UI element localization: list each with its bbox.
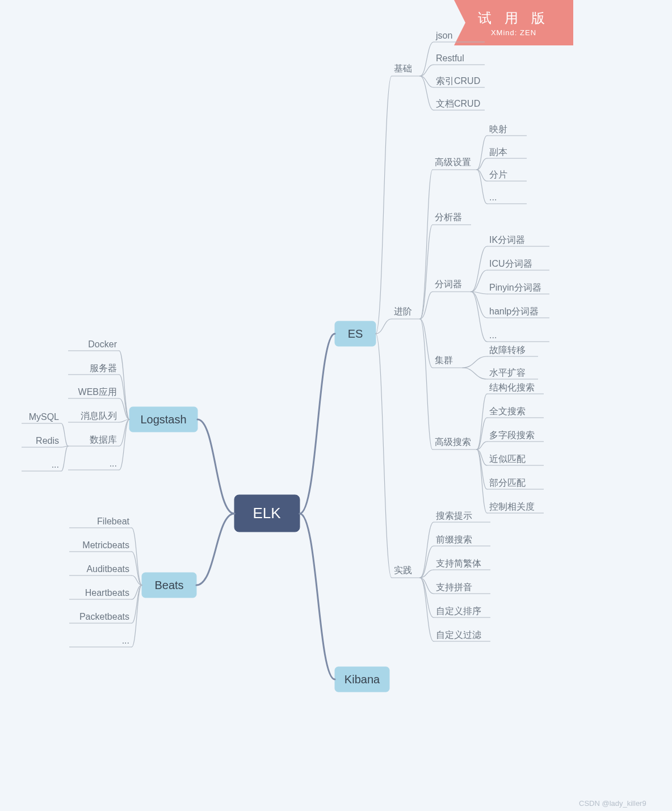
beats-item-4[interactable]: Packetbeats [69, 612, 132, 623]
svg-text:支持拼音: 支持拼音 [436, 582, 472, 592]
search-item-2[interactable]: 多字段搜索 [487, 430, 544, 442]
beats-label: Beats [154, 579, 183, 591]
adv-tokenizer[interactable]: 分词器 [432, 279, 471, 292]
tokenizer-item-2[interactable]: Pinyin分词器 [487, 283, 549, 294]
settings-item-0[interactable]: 映射 [487, 124, 527, 136]
svg-text:实践: 实践 [394, 565, 412, 575]
search-item-3[interactable]: 近似匹配 [487, 454, 544, 465]
logstash-node[interactable]: Logstash [129, 407, 198, 432]
svg-text:数据库: 数据库 [90, 435, 117, 444]
svg-text:Filebeat: Filebeat [97, 516, 129, 526]
svg-text:Heartbeats: Heartbeats [85, 588, 129, 598]
svg-text:json: json [435, 31, 452, 40]
practice-item-4[interactable]: 自定义排序 [434, 606, 490, 617]
svg-text:结构化搜索: 结构化搜索 [489, 383, 535, 392]
svg-text:全文搜索: 全文搜索 [489, 406, 526, 416]
database-item-0[interactable]: MySQL [22, 412, 61, 423]
tokenizer-item-0[interactable]: IK分词器 [487, 235, 549, 246]
svg-text:自定义过滤: 自定义过滤 [436, 630, 481, 640]
beats-item-3[interactable]: Heartbeats [69, 588, 132, 599]
logstash-item-2[interactable]: WEB应用 [68, 387, 119, 398]
practice-item-3[interactable]: 支持拼音 [434, 582, 490, 594]
svg-text:Packetbeats: Packetbeats [79, 612, 129, 621]
practice-item-1[interactable]: 前缀搜索 [434, 535, 490, 546]
practice-item-5[interactable]: 自定义过滤 [434, 630, 490, 641]
cluster-item-0[interactable]: 故障转移 [487, 345, 538, 356]
svg-text:高级设置: 高级设置 [435, 157, 471, 167]
svg-text:...: ... [110, 459, 117, 468]
svg-text:水平扩容: 水平扩容 [489, 368, 526, 377]
basic-item-3[interactable]: 文档CRUD [434, 99, 485, 110]
database-item-1[interactable]: Redis [22, 436, 61, 447]
beats-node[interactable]: Beats [142, 573, 196, 598]
es-practice[interactable]: 实践 [392, 565, 420, 578]
es-basic[interactable]: 基础 [392, 64, 420, 76]
practice-item-2[interactable]: 支持简繁体 [434, 558, 490, 570]
svg-text:MySQL: MySQL [29, 412, 59, 422]
svg-text:支持简繁体: 支持简繁体 [436, 558, 481, 568]
practice-item-0[interactable]: 搜索提示 [434, 511, 490, 522]
logstash-item-4[interactable]: 数据库 [68, 435, 119, 446]
svg-text:前缀搜索: 前缀搜索 [436, 535, 472, 544]
svg-text:映射: 映射 [489, 124, 507, 134]
logstash-item-5[interactable]: ... [68, 459, 119, 470]
svg-text:...: ... [52, 460, 59, 469]
svg-text:IK分词器: IK分词器 [489, 235, 525, 245]
kibana-label: Kibana [345, 673, 380, 686]
search-item-0[interactable]: 结构化搜索 [487, 383, 544, 394]
svg-text:Pinyin分词器: Pinyin分词器 [489, 283, 541, 292]
svg-text:集群: 集群 [435, 355, 453, 365]
adv-search[interactable]: 高级搜索 [432, 437, 477, 449]
beats-item-1[interactable]: Metricbeats [69, 540, 132, 552]
adv-settings[interactable]: 高级设置 [432, 157, 477, 170]
tokenizer-item-1[interactable]: ICU分词器 [487, 259, 549, 270]
beats-item-2[interactable]: Auditbeats [69, 564, 132, 575]
root-label: ELK [253, 505, 281, 522]
svg-text:Restful: Restful [436, 53, 464, 63]
footer-watermark: CSDN @lady_killer9 [579, 799, 646, 808]
svg-text:Metricbeats: Metricbeats [82, 540, 129, 550]
svg-text:高级搜索: 高级搜索 [435, 437, 471, 447]
basic-item-2[interactable]: 索引CRUD [434, 76, 485, 87]
logstash-item-3[interactable]: 消息队列 [68, 411, 119, 422]
beats-item-5[interactable]: ... [69, 636, 132, 647]
svg-text:...: ... [489, 330, 497, 340]
svg-text:...: ... [489, 192, 497, 202]
root-node[interactable]: ELK [234, 495, 300, 532]
tokenizer-item-4[interactable]: ... [487, 330, 549, 342]
beats-item-0[interactable]: Filebeat [69, 516, 132, 528]
svg-text:消息队列: 消息队列 [81, 411, 117, 421]
es-advanced[interactable]: 进阶 [392, 306, 420, 319]
settings-item-1[interactable]: 副本 [487, 147, 527, 158]
adv-cluster[interactable]: 集群 [432, 355, 463, 368]
basic-item-1[interactable]: Restful [434, 53, 485, 65]
svg-text:文档CRUD: 文档CRUD [436, 99, 480, 108]
tokenizer-item-3[interactable]: hanlp分词器 [487, 306, 549, 318]
svg-text:进阶: 进阶 [394, 306, 412, 316]
search-item-1[interactable]: 全文搜索 [487, 406, 544, 418]
logstash-item-1[interactable]: 服务器 [68, 363, 119, 375]
adv-analyzer[interactable]: 分析器 [432, 212, 471, 225]
settings-item-2[interactable]: 分片 [487, 170, 527, 181]
svg-text:索引CRUD: 索引CRUD [436, 76, 480, 86]
svg-text:WEB应用: WEB应用 [78, 387, 117, 397]
es-label: ES [348, 327, 363, 340]
search-item-5[interactable]: 控制相关度 [487, 502, 544, 513]
trial-subtitle: XMind: ZEN [491, 28, 536, 37]
svg-text:故障转移: 故障转移 [489, 345, 526, 355]
svg-text:分析器: 分析器 [435, 212, 462, 222]
logstash-item-0[interactable]: Docker [68, 339, 119, 351]
database-item-2[interactable]: ... [22, 460, 61, 471]
es-node[interactable]: ES [335, 321, 376, 346]
trial-banner: 试 用 版 XMind: ZEN [454, 0, 573, 45]
svg-text:控制相关度: 控制相关度 [489, 502, 535, 511]
svg-text:Docker: Docker [88, 339, 117, 349]
settings-item-3[interactable]: ... [487, 192, 527, 204]
search-item-4[interactable]: 部分匹配 [487, 478, 544, 489]
svg-text:ICU分词器: ICU分词器 [489, 259, 532, 268]
cluster-item-1[interactable]: 水平扩容 [487, 368, 538, 379]
svg-text:自定义排序: 自定义排序 [436, 606, 481, 616]
kibana-node[interactable]: Kibana [335, 667, 389, 692]
svg-text:...: ... [122, 636, 129, 645]
svg-text:近似匹配: 近似匹配 [489, 454, 526, 464]
